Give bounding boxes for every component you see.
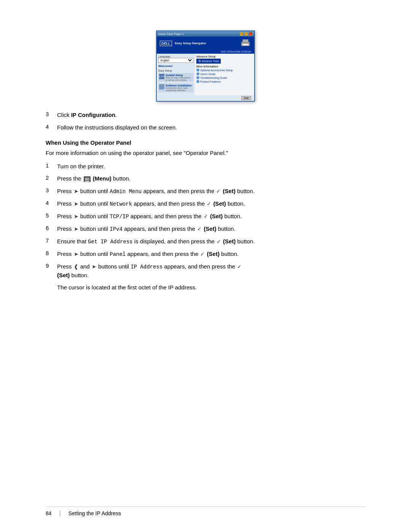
step-3-num: 3 [46, 111, 53, 117]
cursor-note: The cursor is located at the first octet… [57, 283, 365, 292]
printer-icon-area [240, 38, 251, 48]
product-features-link[interactable]: Product Features [196, 80, 253, 83]
checkmark-icon-4: ✓ [207, 200, 211, 208]
app-window: Adobe Flash Player 3 _ □ × DELL Easy Set… [156, 30, 255, 102]
app-subheader: Dell 2150cn/Dell 2150cdn [157, 50, 254, 54]
software-install-text: Software Installation Install print driv… [166, 84, 193, 91]
footer-pipe: | [59, 510, 61, 517]
guided-setup-item[interactable]: 1-2-3 Guided Setup Step by step instruct… [158, 73, 193, 82]
section-intro: For more information on using the operat… [46, 149, 365, 158]
product-features-label: Product Features [200, 80, 221, 83]
app-footer: Exit [157, 95, 254, 101]
product-features-dot [196, 80, 199, 83]
operator-panel-heading: When Using the Operator Panel [46, 139, 365, 146]
operator-panel-steps-list: 1 Turn on the printer. 2 Press the (Menu… [46, 162, 365, 280]
language-select[interactable]: English [158, 58, 193, 63]
op-step-1: 1 Turn on the printer. [46, 162, 365, 171]
advance-tools-button[interactable]: ⚙ Advance Tools [196, 59, 221, 64]
exit-button[interactable]: Exit [241, 96, 251, 100]
page-footer: 84 | Setting the IP Address [46, 506, 365, 517]
set-bold-5: (Set) [210, 213, 223, 219]
down-arrow-icon-4: ➤ [74, 200, 78, 208]
op-step-8-text: Press ➤ button until Panel appears, and … [57, 250, 365, 259]
optional-accessories-dot [196, 69, 199, 72]
op-step-1-text: Turn on the printer. [57, 162, 365, 171]
step-3-text: Click IP Configuration. [57, 111, 365, 120]
software-install-item[interactable]: Software Installation Install print driv… [158, 83, 193, 92]
app-header-title: Easy Setup Navigator [175, 42, 206, 45]
advance-setup-title: Advance Setup [196, 55, 253, 58]
dell-logo: DELL [160, 41, 172, 46]
guided-setup-text: Guided Setup Step by step instructions t… [166, 74, 193, 81]
set-bold-7: (Set) [223, 238, 236, 244]
checkmark-icon-5: ✓ [204, 212, 208, 220]
easy-setup-title: Easy Setup [158, 69, 193, 72]
checkmark-icon-7: ✓ [217, 238, 221, 246]
set-bold-9: (Set) [57, 272, 70, 278]
checkmark-icon-6: ✓ [197, 225, 202, 233]
set-bold-4: (Set) [213, 200, 226, 207]
advance-tools-label: Advance Tools [202, 60, 219, 62]
op-step-2-text: Press the (Menu) button. [57, 174, 365, 183]
svg-rect-3 [243, 44, 248, 45]
down-arrow-icon-9: ➤ [92, 263, 96, 271]
down-arrow-icon-6: ➤ [74, 225, 78, 233]
ipv4-code: IPv4 [110, 226, 123, 232]
checkmark-icon-8: ✓ [200, 250, 205, 258]
op-step-2-num: 2 [46, 174, 53, 181]
software-install-icon [159, 84, 164, 89]
advance-tools-icon: ⚙ [198, 59, 201, 63]
guided-setup-icon: 1-2-3 [159, 74, 164, 79]
checkmark-icon-3: ✓ [216, 187, 221, 195]
step-4-text: Follow the instructions displayed on the… [57, 123, 365, 132]
app-welcome: Welcome! [158, 64, 193, 68]
left-arrow-icon-9: ❰ [74, 263, 78, 271]
minimize-btn[interactable]: _ [240, 32, 244, 36]
op-step-4-num: 4 [46, 200, 53, 206]
menu-bold: (Menu) [93, 175, 112, 182]
ip-address-code: IP Address [131, 264, 162, 270]
more-info-section: More Information Optional Accessories Se… [196, 65, 253, 83]
step-4-num: 4 [46, 123, 53, 130]
op-step-3: 3 Press ➤ button until Admin Menu appear… [46, 187, 365, 196]
software-install-desc: Install print driver and supporting soft… [166, 87, 193, 91]
troubleshooting-dot [196, 76, 199, 79]
main-content: 3 Click IP Configuration. 4 Follow the i… [46, 111, 365, 292]
op-step-5-text: Press ➤ button until TCP/IP appears, and… [57, 212, 365, 221]
optional-accessories-link[interactable]: Optional Accessories Setup [196, 69, 253, 72]
op-step-7-num: 7 [46, 237, 53, 244]
users-guide-link[interactable]: User's Guide [196, 72, 253, 75]
op-step-9-num: 9 [46, 262, 53, 269]
op-step-1-num: 1 [46, 162, 53, 169]
network-code: Network [110, 201, 132, 207]
set-bold-8: (Set) [207, 251, 220, 257]
op-step-8: 8 Press ➤ button until Panel appears, an… [46, 250, 365, 259]
advance-setup-section: Advance Setup ⚙ Advance Tools [196, 55, 253, 64]
down-arrow-icon-3: ➤ [74, 187, 78, 195]
down-arrow-icon-5: ➤ [74, 212, 78, 220]
panel-code: Panel [110, 251, 126, 257]
maximize-btn[interactable]: □ [244, 32, 248, 36]
menu-icon-inline [84, 176, 91, 182]
app-titlebar-title: Adobe Flash Player 3 [158, 33, 184, 35]
users-guide-dot [196, 72, 199, 75]
app-left-panel: Language: English Welcome! Easy Setup 1-… [157, 54, 195, 95]
close-btn[interactable]: × [249, 32, 253, 36]
op-step-7: 7 Ensure that Get IP Address is displaye… [46, 237, 365, 246]
guided-setup-label: Guided Setup [166, 74, 193, 77]
op-step-4-text: Press ➤ button until Network appears, an… [57, 200, 365, 208]
op-step-3-text: Press ➤ button until Admin Menu appears,… [57, 187, 365, 196]
troubleshooting-label: Troubleshooting Guide [200, 77, 227, 79]
pre-steps-list: 3 Click IP Configuration. 4 Follow the i… [46, 111, 365, 132]
svg-rect-1 [243, 40, 249, 43]
software-install-label: Software Installation [166, 84, 193, 87]
op-step-6: 6 Press ➤ button until IPv4 appears, and… [46, 225, 365, 233]
step-4: 4 Follow the instructions displayed on t… [46, 123, 365, 132]
screenshot-area: Adobe Flash Player 3 _ □ × DELL Easy Set… [46, 30, 365, 102]
app-right-panel: Advance Setup ⚙ Advance Tools More Infor… [195, 54, 254, 95]
set-bold-3: (Set) [223, 188, 236, 194]
troubleshooting-link[interactable]: Troubleshooting Guide [196, 76, 253, 79]
language-label: Language: [158, 55, 193, 58]
tcpip-code: TCP/IP [110, 214, 129, 220]
op-step-3-num: 3 [46, 187, 53, 193]
